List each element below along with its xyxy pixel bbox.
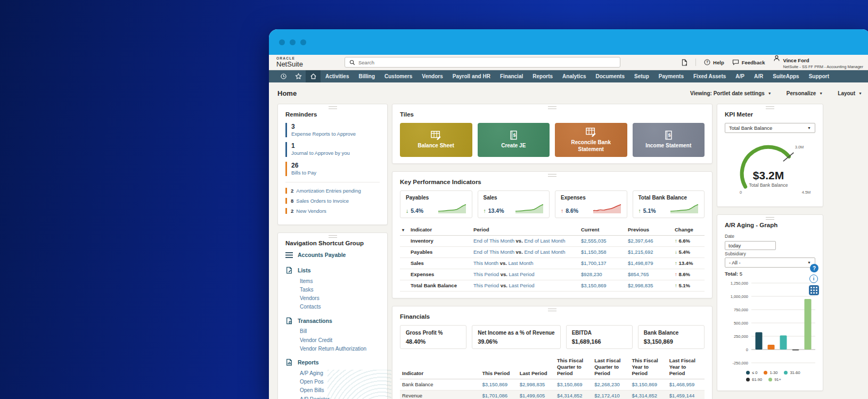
personalize-dropdown[interactable]: Personalize▼ <box>787 90 823 96</box>
financial-card-ebitda[interactable]: EBITDA$1,689,166 <box>566 325 633 349</box>
period-link[interactable]: This Period <box>473 271 499 277</box>
floating-info-button[interactable]: i <box>809 275 818 283</box>
reminder-item[interactable]: 2Amortization Entries pending <box>285 188 380 194</box>
floating-help-button[interactable]: ? <box>810 264 818 272</box>
reminder-link[interactable]: Sales Orders to Invoice <box>296 198 349 204</box>
global-search[interactable] <box>345 57 620 68</box>
nav-item-activities[interactable]: Activities <box>321 70 354 82</box>
floating-apps-grid-button[interactable] <box>809 285 819 295</box>
reminder-link[interactable]: New Vendors <box>296 208 326 214</box>
kpi-card-total-bank-balance[interactable]: Total Bank Balance↑5.1% <box>633 190 705 218</box>
financial-card-net-income-as-a-of-revenue[interactable]: Net Income as a % of Revenue39.06% <box>472 325 561 349</box>
period-link[interactable]: End of This Month <box>473 238 514 244</box>
period-link[interactable]: End of Last Month <box>524 238 565 244</box>
date-input[interactable] <box>725 241 776 250</box>
layout-dropdown[interactable]: Layout▼ <box>838 90 862 96</box>
period-link[interactable]: This Month <box>473 260 498 266</box>
quick-add-button[interactable] <box>681 59 687 66</box>
nav-item-vendors[interactable]: Vendors <box>417 70 447 82</box>
drag-handle[interactable] <box>329 106 337 109</box>
tile-income-statement[interactable]: $Income Statement <box>633 123 705 157</box>
help-button[interactable]: ? Help <box>704 59 724 65</box>
nav-item-billing[interactable]: Billing <box>354 70 380 82</box>
nav-item-a-p[interactable]: A/P <box>731 70 749 82</box>
kpi-table-row[interactable]: SalesThis Month vs. Last Month$1,700,137… <box>400 257 705 269</box>
shortcut-link-contacts[interactable]: Contacts <box>300 303 380 311</box>
reminder-link[interactable]: Expense Reports to Approve <box>291 131 380 137</box>
viewing-dropdown[interactable]: Viewing: Portlet date settings▼ <box>690 90 772 96</box>
reminder-item[interactable]: 3Expense Reports to Approve <box>285 123 380 137</box>
kpi-table-row[interactable]: InventoryEnd of This Month vs. End of La… <box>400 235 705 246</box>
nav-item-a-r[interactable]: A/R <box>749 70 768 82</box>
financials-table-row[interactable]: Bank Balance$3,150,869$2,998,835$3,150,8… <box>400 379 705 390</box>
reminder-item[interactable]: 26Bills to Pay <box>285 162 380 176</box>
nav-item-customers[interactable]: Customers <box>380 70 417 82</box>
shortcut-section-header-lists[interactable]: Lists <box>285 267 380 274</box>
kpi-card-payables[interactable]: Payables↓5.4% <box>400 190 472 218</box>
financial-card-bank-balance[interactable]: Bank Balance$3,150,869 <box>638 325 705 349</box>
home-icon[interactable] <box>306 70 321 82</box>
nav-item-fixed-assets[interactable]: Fixed Assets <box>689 70 731 82</box>
tile-reconcile-bank-statement[interactable]: Reconcile Bank Statement <box>555 123 627 157</box>
kpi-card-expenses[interactable]: Expenses↑8.6% <box>555 190 627 218</box>
reminder-link[interactable]: Amortization Entries pending <box>296 188 361 194</box>
feedback-button[interactable]: Feedback <box>732 59 765 65</box>
reminder-item[interactable]: 8Sales Orders to Invoice <box>285 198 380 204</box>
drag-handle[interactable] <box>548 309 556 311</box>
sort-caret-icon[interactable]: ▾ <box>400 225 408 235</box>
tile-balance-sheet[interactable]: Balance Sheet <box>400 123 472 157</box>
reminder-link[interactable]: Bills to Pay <box>291 170 380 176</box>
shortcut-link-a-p-aging[interactable]: A/P Aging <box>300 369 380 377</box>
reminder-item[interactable]: 1Journal to Approve by you <box>285 142 380 156</box>
netsuite-logo[interactable]: ORACLE NetSuite <box>276 57 339 68</box>
financials-table-row[interactable]: Revenue$1,701,086$1,499,605$4,314,852$2,… <box>400 390 705 399</box>
period-link[interactable]: Last Month <box>509 260 534 266</box>
drag-handle[interactable] <box>329 235 337 238</box>
shortcut-link-a-p-register[interactable]: A/P Register <box>300 395 380 399</box>
user-menu[interactable]: Vince Ford NetSuite - SS FF PRM - Accoun… <box>773 55 863 70</box>
shortcut-link-vendors[interactable]: Vendors <box>300 294 380 302</box>
kpi-table-row[interactable]: PayablesEnd of This Month vs. End of Las… <box>400 246 705 257</box>
nav-item-support[interactable]: Support <box>804 70 834 82</box>
tile-create-je[interactable]: $Create JE <box>478 123 550 157</box>
drag-handle[interactable] <box>766 217 774 220</box>
shortcuts-star-icon[interactable] <box>291 70 306 82</box>
subsidiary-select[interactable]: - All - ▼ <box>725 257 815 268</box>
period-link[interactable]: This Period <box>473 282 499 288</box>
window-control-dot[interactable] <box>290 39 296 45</box>
search-input[interactable] <box>358 60 616 65</box>
reminder-item[interactable]: 2New Vendors <box>285 208 380 214</box>
nav-item-setup[interactable]: Setup <box>629 70 654 82</box>
drag-handle[interactable] <box>548 174 556 177</box>
shortcut-group-accounts-payable[interactable]: Accounts Payable <box>285 252 380 258</box>
nav-item-reports[interactable]: Reports <box>528 70 558 82</box>
shortcut-link-bill[interactable]: Bill <box>300 327 380 336</box>
window-control-dot[interactable] <box>300 39 306 45</box>
period-link[interactable]: End of Last Month <box>524 249 565 255</box>
nav-item-documents[interactable]: Documents <box>591 70 629 82</box>
shortcut-section-header-reports[interactable]: Reports <box>285 359 380 366</box>
nav-item-payroll-and-hr[interactable]: Payroll and HR <box>448 70 495 82</box>
drag-handle[interactable] <box>548 106 556 109</box>
kpi-table-row[interactable]: Total Bank BalanceThis Period vs. Last P… <box>400 280 705 291</box>
recent-records-icon[interactable] <box>276 70 291 82</box>
nav-item-analytics[interactable]: Analytics <box>558 70 591 82</box>
period-link[interactable]: Last Period <box>509 271 535 277</box>
shortcut-link-items[interactable]: Items <box>300 277 380 285</box>
drag-handle[interactable] <box>766 106 774 109</box>
financial-card-gross-profit[interactable]: Gross Profit %48.40% <box>400 325 466 349</box>
period-link[interactable]: End of This Month <box>473 249 514 255</box>
shortcut-link-open-pos[interactable]: Open Pos <box>300 378 380 386</box>
kpi-table-row[interactable]: ExpensesThis Period vs. Last Period$928,… <box>400 269 705 280</box>
shortcut-link-open-bills[interactable]: Open Bills <box>300 386 380 395</box>
period-link[interactable]: Last Period <box>509 282 535 288</box>
kpi-meter-select[interactable]: Total Bank Balance ▼ <box>725 123 815 133</box>
nav-item-suiteapps[interactable]: SuiteApps <box>768 70 804 82</box>
window-control-dot[interactable] <box>279 39 285 45</box>
nav-item-payments[interactable]: Payments <box>654 70 689 82</box>
reminder-link[interactable]: Journal to Approve by you <box>291 150 380 156</box>
kpi-card-sales[interactable]: Sales↑13.4% <box>478 190 550 218</box>
shortcut-link-tasks[interactable]: Tasks <box>300 285 380 294</box>
shortcut-section-header-transactions[interactable]: Transactions <box>285 317 380 325</box>
nav-item-financial[interactable]: Financial <box>495 70 528 82</box>
